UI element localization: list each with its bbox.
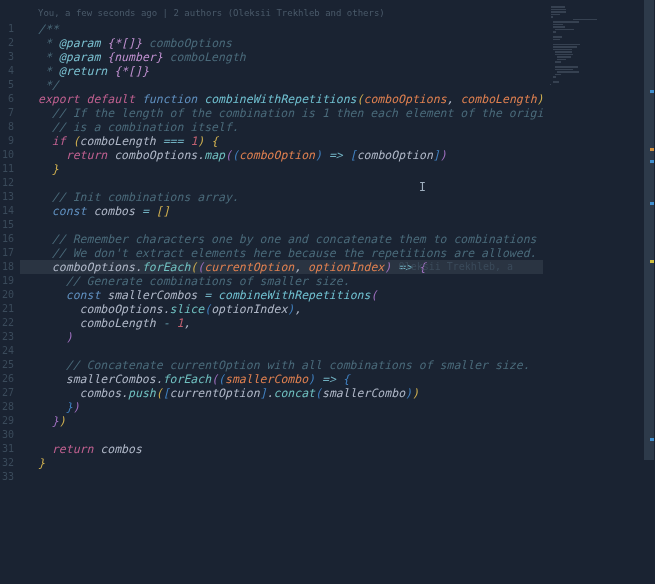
vertical-scrollbar[interactable] xyxy=(643,0,655,584)
line-number[interactable]: 32 xyxy=(0,456,14,470)
line-number[interactable]: 31 xyxy=(0,442,14,456)
line-number[interactable]: 33 xyxy=(0,470,14,484)
code-line[interactable]: // Remember characters one by one and co… xyxy=(20,232,543,246)
line-number[interactable]: 14 xyxy=(0,204,14,218)
code-line[interactable]: return comboOptions.map((comboOption) =>… xyxy=(20,148,543,162)
code-line[interactable]: // is a combination itself. xyxy=(20,120,543,134)
editor-root: 1234567891011121314151617181920212223242… xyxy=(0,0,655,584)
scroll-thumb[interactable] xyxy=(644,0,654,460)
code-line[interactable]: // Init combinations array. xyxy=(20,190,543,204)
line-number[interactable]: 24 xyxy=(0,344,14,358)
code-line[interactable]: } xyxy=(20,456,543,470)
line-number[interactable]: 16 xyxy=(0,232,14,246)
overview-marker[interactable] xyxy=(650,90,654,93)
code-line[interactable]: if (comboLength === 1) { xyxy=(20,134,543,148)
code-line[interactable]: // Concatenate currentOption with all co… xyxy=(20,358,543,372)
code-line[interactable] xyxy=(20,176,543,190)
code-line[interactable]: }) xyxy=(20,400,543,414)
line-number[interactable]: 18 xyxy=(0,260,14,274)
overview-marker[interactable] xyxy=(650,438,654,441)
line-number[interactable]: 8 xyxy=(0,120,14,134)
line-number[interactable]: 23 xyxy=(0,330,14,344)
code-line[interactable] xyxy=(20,218,543,232)
git-blame-header: You, a few seconds ago | 2 authors (Olek… xyxy=(20,8,543,20)
line-number[interactable]: 19 xyxy=(0,274,14,288)
code-line[interactable]: * @param {number} comboLength xyxy=(20,50,543,64)
code-line[interactable]: */ xyxy=(20,78,543,92)
code-line[interactable]: return combos xyxy=(20,442,543,456)
overview-marker[interactable] xyxy=(650,202,654,205)
text-cursor: I xyxy=(419,180,420,194)
line-number[interactable]: 26 xyxy=(0,372,14,386)
line-number[interactable]: 6 xyxy=(0,92,14,106)
line-number[interactable]: 10 xyxy=(0,148,14,162)
line-number[interactable]: 13 xyxy=(0,190,14,204)
code-line[interactable]: * @return {*[]} xyxy=(20,64,543,78)
overview-marker[interactable] xyxy=(650,260,654,263)
line-number[interactable]: 29 xyxy=(0,414,14,428)
line-number[interactable]: 5 xyxy=(0,78,14,92)
code-lines[interactable]: /** * @param {*[]} comboOptions * @param… xyxy=(20,20,543,484)
code-line[interactable]: }) xyxy=(20,414,543,428)
line-number[interactable]: 20 xyxy=(0,288,14,302)
line-number[interactable]: 30 xyxy=(0,428,14,442)
line-number[interactable]: 3 xyxy=(0,50,14,64)
code-line[interactable]: export default function combineWithRepet… xyxy=(20,92,543,106)
code-line[interactable]: combos.push([currentOption].concat(small… xyxy=(20,386,543,400)
code-line[interactable]: * @param {*[]} comboOptions xyxy=(20,36,543,50)
code-line[interactable] xyxy=(20,344,543,358)
code-line[interactable]: } xyxy=(20,162,543,176)
overview-marker[interactable] xyxy=(650,148,654,151)
line-number[interactable]: 28 xyxy=(0,400,14,414)
line-number[interactable]: 25 xyxy=(0,358,14,372)
code-line[interactable]: comboOptions.slice(optionIndex), xyxy=(20,302,543,316)
code-line[interactable]: smallerCombos.forEach((smallerCombo) => … xyxy=(20,372,543,386)
code-line[interactable]: // Generate combinations of smaller size… xyxy=(20,274,543,288)
code-line[interactable]: const combos = [] xyxy=(20,204,543,218)
minimap[interactable] xyxy=(543,0,643,584)
code-line[interactable] xyxy=(20,428,543,442)
line-number[interactable]: 22 xyxy=(0,316,14,330)
line-number[interactable]: 17 xyxy=(0,246,14,260)
overview-marker[interactable] xyxy=(650,160,654,163)
code-line[interactable]: /** xyxy=(20,22,543,36)
line-number[interactable]: 7 xyxy=(0,106,14,120)
code-line[interactable]: comboOptions.forEach((currentOption, opt… xyxy=(20,260,543,274)
minimap-content xyxy=(547,6,639,89)
code-line[interactable]: ) xyxy=(20,330,543,344)
line-number[interactable]: 2 xyxy=(0,36,14,50)
code-line[interactable]: // We don't extract elements here becaus… xyxy=(20,246,543,260)
line-number[interactable]: 21 xyxy=(0,302,14,316)
code-line[interactable]: // If the length of the combination is 1… xyxy=(20,106,543,120)
code-line[interactable]: const smallerCombos = combineWithRepetit… xyxy=(20,288,543,302)
line-number[interactable]: 27 xyxy=(0,386,14,400)
line-number-gutter[interactable]: 1234567891011121314151617181920212223242… xyxy=(0,0,20,584)
code-area[interactable]: You, a few seconds ago | 2 authors (Olek… xyxy=(20,0,543,584)
line-number[interactable]: 12 xyxy=(0,176,14,190)
code-line[interactable] xyxy=(20,470,543,484)
line-number[interactable]: 4 xyxy=(0,64,14,78)
code-line[interactable]: comboLength - 1, xyxy=(20,316,543,330)
line-number[interactable]: 11 xyxy=(0,162,14,176)
line-number[interactable]: 15 xyxy=(0,218,14,232)
line-number[interactable]: 1 xyxy=(0,22,14,36)
inline-git-blame: Oleksii Trekhleb, a xyxy=(399,260,513,274)
line-number[interactable]: 9 xyxy=(0,134,14,148)
